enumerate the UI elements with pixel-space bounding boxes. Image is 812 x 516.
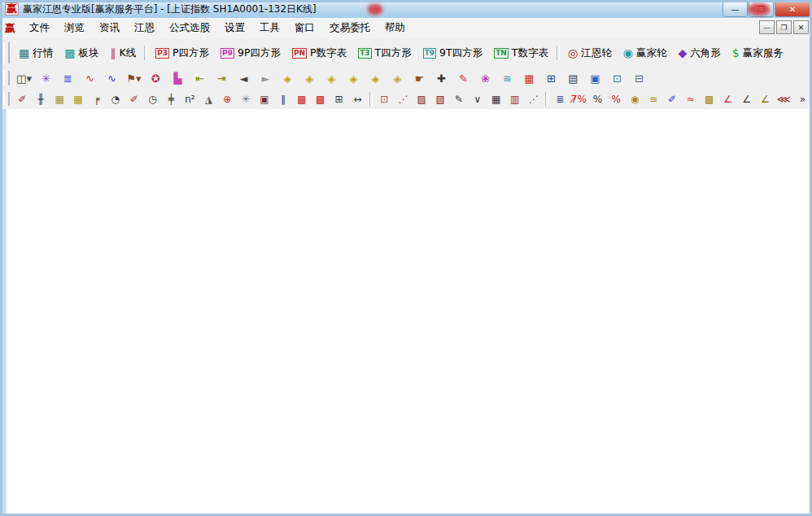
- wave-v-icon[interactable]: ∨: [469, 90, 486, 107]
- gold-square-2-icon[interactable]: ▦: [70, 90, 87, 107]
- mdi-minimize-button[interactable]: —: [759, 20, 775, 34]
- menu-item-工具[interactable]: 工具: [252, 19, 287, 37]
- quotes-button[interactable]: ▦行情: [13, 44, 59, 63]
- angle-tool-icon[interactable]: ◮: [200, 90, 217, 107]
- quote-marks-icon[interactable]: ∥: [274, 90, 291, 107]
- diamond-shrink-icon[interactable]: ◈: [343, 69, 364, 88]
- braid-tool-icon[interactable]: ≋: [497, 69, 517, 88]
- t-table-button[interactable]: TNT数字表: [488, 44, 554, 63]
- network-icon[interactable]: ✳: [36, 69, 56, 88]
- diamond-left-icon[interactable]: ◈: [277, 69, 298, 88]
- toolbar-grip[interactable]: [3, 92, 10, 107]
- percent-icon[interactable]: %: [589, 90, 606, 107]
- winner-service-button[interactable]: $赢家服务: [727, 44, 789, 63]
- kline-style-dropdown-icon[interactable]: ◫▾: [14, 69, 34, 88]
- mdi-close-button[interactable]: ✕: [793, 20, 809, 34]
- dark-grid-icon[interactable]: ▦: [487, 90, 504, 107]
- calculator-icon[interactable]: ⊞: [541, 69, 561, 88]
- minimize-button[interactable]: —: [723, 1, 748, 17]
- skip-end-icon[interactable]: ⇥: [212, 69, 232, 88]
- gold-levels-icon[interactable]: ≡: [645, 90, 662, 107]
- menu-item-交易委托[interactable]: 交易委托: [322, 19, 378, 37]
- red-grid-icon[interactable]: ▥: [506, 90, 523, 107]
- t-square-button[interactable]: T3T四方形: [352, 44, 417, 63]
- export-icon[interactable]: ⊡: [607, 69, 627, 88]
- winner-wheel-button[interactable]: ◉赢家轮: [618, 44, 673, 63]
- bar-stats-icon[interactable]: ≣: [552, 90, 569, 107]
- crosshair-icon[interactable]: ✚: [431, 69, 452, 88]
- hexagon-button[interactable]: ◆六角形: [672, 44, 726, 63]
- fan-lines-icon[interactable]: ⋰: [395, 90, 412, 107]
- spiral-icon[interactable]: ◔: [107, 90, 124, 107]
- ying-grid-icon[interactable]: ▩: [312, 90, 329, 107]
- kline-button[interactable]: ∥K线: [104, 44, 142, 63]
- diamond-expand-icon[interactable]: ◈: [321, 69, 342, 88]
- ninep-square-button[interactable]: P99P四方形: [215, 44, 286, 63]
- pen-tool-icon[interactable]: ✐: [14, 90, 31, 107]
- gold-square-1-icon[interactable]: ▦: [51, 90, 68, 107]
- percent-lines-icon[interactable]: %: [608, 90, 625, 107]
- step-back-icon[interactable]: ◄: [234, 69, 254, 88]
- width-measure-icon[interactable]: ↔: [349, 90, 366, 107]
- fan-box-icon[interactable]: ▨: [413, 90, 430, 107]
- sectors-button[interactable]: ▩板块: [59, 44, 104, 63]
- main-chart[interactable]: 赢家财富网: [0, 109, 812, 516]
- info-list-icon[interactable]: ≣: [58, 69, 78, 88]
- p-square-button[interactable]: P3P四方形: [150, 44, 215, 63]
- analyst-icon[interactable]: ✪: [146, 69, 166, 88]
- gann-wheel-button[interactable]: ◎江恩轮: [562, 44, 618, 63]
- number-grid-icon[interactable]: ⊞: [330, 90, 347, 107]
- menu-item-资讯[interactable]: 资讯: [92, 19, 127, 37]
- star-grid-icon[interactable]: ✳: [238, 90, 255, 107]
- notepad-icon[interactable]: ▤: [563, 69, 583, 88]
- percent-retrace-icon[interactable]: 7̸%: [570, 90, 587, 107]
- menu-item-公式选股[interactable]: 公式选股: [162, 19, 217, 37]
- menu-item-窗口[interactable]: 窗口: [287, 19, 322, 37]
- toolbar-grip[interactable]: [3, 71, 10, 85]
- save-icon[interactable]: ▣: [585, 69, 605, 88]
- menu-item-设置[interactable]: 设置: [217, 19, 252, 37]
- shen-grid-icon[interactable]: ▩: [293, 90, 310, 107]
- wave-3-icon[interactable]: ∿: [80, 69, 100, 88]
- marker-pen-icon[interactable]: ✎: [453, 69, 474, 88]
- parallel-lines-icon[interactable]: ⋰: [525, 90, 542, 107]
- gold-circle-icon[interactable]: ◉: [626, 90, 644, 107]
- time-circle-icon[interactable]: ◷: [144, 90, 161, 107]
- toolbar-grip[interactable]: [3, 42, 10, 63]
- skip-start-icon[interactable]: ⇤: [190, 69, 210, 88]
- hand-icon[interactable]: ☛: [409, 69, 430, 88]
- diamond-all-icon[interactable]: ◈: [387, 69, 408, 88]
- menu-item-江恩[interactable]: 江恩: [127, 19, 162, 37]
- gold-red-grid-icon[interactable]: ▩: [701, 90, 718, 107]
- more-chevron-icon[interactable]: »: [794, 90, 811, 107]
- gann-target-icon[interactable]: ⊕: [219, 90, 236, 107]
- flower-tool-icon[interactable]: ❀: [475, 69, 495, 88]
- red-pen-icon[interactable]: ✐: [125, 90, 142, 107]
- menu-item-帮助[interactable]: 帮助: [378, 19, 413, 37]
- n-squared-icon[interactable]: n²: [181, 90, 199, 107]
- step-forward-icon[interactable]: ►: [255, 69, 276, 88]
- wave-band-icon[interactable]: ≈: [682, 90, 699, 107]
- menu-item-文件[interactable]: 文件: [22, 19, 57, 37]
- mdi-restore-button[interactable]: ❐: [776, 20, 792, 34]
- fan-grid-icon[interactable]: ▧: [432, 90, 449, 107]
- f-angle-icon[interactable]: ∠: [738, 90, 755, 107]
- ink-pen-icon[interactable]: ✐: [664, 90, 681, 107]
- box-grid-icon[interactable]: ▣: [256, 90, 273, 107]
- wave-9-icon[interactable]: ∿: [102, 69, 122, 88]
- j-angle-icon[interactable]: ∠: [719, 90, 736, 107]
- calendar-icon[interactable]: ▦: [519, 69, 539, 88]
- hash-grid-icon[interactable]: ╪: [163, 90, 180, 107]
- tick-grid-icon[interactable]: ╫: [33, 90, 50, 107]
- p-table-button[interactable]: PNP数字表: [286, 44, 352, 63]
- color-chart-icon[interactable]: ▙: [168, 69, 188, 88]
- ninet-square-button[interactable]: T99T四方形: [417, 44, 489, 63]
- print-icon[interactable]: ⊟: [629, 69, 649, 88]
- gold-line-icon[interactable]: ∠: [757, 90, 774, 107]
- f-grid-icon[interactable]: ╒: [88, 90, 105, 107]
- diamond-cross-icon[interactable]: ◈: [365, 69, 386, 88]
- close-button[interactable]: ✕: [775, 1, 810, 17]
- title-bar[interactable]: 赢 赢家江恩专业版[赢家服务平台] - [上证指数 SH1A0001-132日K…: [0, 0, 812, 19]
- diamond-right-icon[interactable]: ◈: [299, 69, 320, 88]
- box-select-icon[interactable]: ⊡: [376, 90, 393, 107]
